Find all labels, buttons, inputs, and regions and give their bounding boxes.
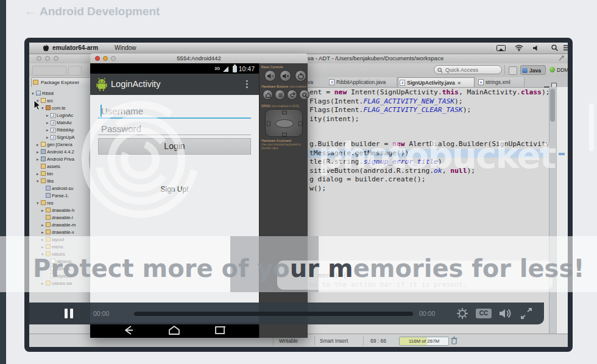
dpad-center-button[interactable] <box>275 119 294 128</box>
nav-recents-icon[interactable] <box>213 325 227 335</box>
settings-gear-icon[interactable] <box>456 307 469 320</box>
tree-expander-icon[interactable]: ▾ <box>41 251 46 258</box>
tree-expander-icon[interactable]: ▾ <box>41 105 46 112</box>
signup-link[interactable]: Sign Up! <box>90 185 259 194</box>
back-arrow-icon[interactable]: ← <box>24 5 36 18</box>
dpad-direction-button[interactable] <box>298 121 302 126</box>
tree-item-label: drawable-h <box>52 208 74 213</box>
tree-expander-icon[interactable]: ▸ <box>46 127 51 134</box>
zoom-button[interactable] <box>54 56 58 61</box>
open-perspective-button[interactable] <box>509 66 517 75</box>
tree-expander-icon[interactable]: ▸ <box>37 141 41 149</box>
display-icon[interactable] <box>496 45 506 51</box>
toolbar-button[interactable] <box>68 66 82 75</box>
emulator-titlebar[interactable]: 5554:Android442 <box>90 54 308 64</box>
garbage-collect-icon[interactable] <box>451 337 457 345</box>
login-button[interactable]: Login <box>98 138 251 155</box>
editor-tab-signupactivity-java[interactable]: JSignUpActivity.java✕ <box>398 77 475 87</box>
tree-item-label: values-sw <box>52 281 72 286</box>
dpad-direction-button[interactable] <box>267 121 270 126</box>
editor-tab-strings-xml[interactable]: xstrings.xml <box>477 77 525 87</box>
power-button[interactable] <box>295 70 306 82</box>
tree-expander-icon[interactable]: ▸ <box>41 243 46 251</box>
code-line[interactable]: g dialog = builder.create(); <box>309 175 553 184</box>
code-line[interactable]: tle(R.string.signup_error_title) <box>309 158 553 167</box>
password-field[interactable]: Password <box>101 124 141 134</box>
volume-icon[interactable] <box>499 308 512 319</box>
expand-icon[interactable] <box>559 55 564 61</box>
tree-expander-icon[interactable]: ▸ <box>37 156 41 163</box>
code-line[interactable]: Flags(Intent.FLAG_ACTIVITY_CLEAR_TASK); <box>309 106 553 115</box>
tree-expander-icon[interactable]: ▸ <box>46 112 51 119</box>
editor-scrollbar[interactable] <box>549 87 556 334</box>
home-button[interactable] <box>263 89 273 100</box>
tab-label: RibbitApplication.java <box>336 79 386 85</box>
search-icon[interactable] <box>551 44 558 51</box>
perspective-ddms-label: DDMS <box>557 67 568 73</box>
tree-expander-icon[interactable]: ▸ <box>41 207 46 214</box>
page: ←Android Development emulator64-arm Wind… <box>0 0 597 364</box>
scrollbar-thumb[interactable] <box>550 89 555 122</box>
code-line[interactable]: ent = new Intent(SignUpActivity.this, Ma… <box>309 88 553 97</box>
dpad-direction-button[interactable] <box>282 111 287 114</box>
tree-expander-icon[interactable]: ▸ <box>41 280 46 287</box>
tree-expander-icon[interactable]: ▸ <box>46 134 51 141</box>
tree-expander-icon[interactable]: ▸ <box>41 222 46 229</box>
code-line[interactable]: ity(intent); <box>309 115 553 124</box>
volume-menu-icon[interactable] <box>533 45 539 51</box>
tree-expander-icon[interactable]: ▸ <box>46 119 51 127</box>
overflow-menu-icon[interactable]: ⋮ <box>242 79 252 89</box>
emulator-phone-screen[interactable]: 3G 10:47 <box>90 63 259 338</box>
code-line[interactable]: u menu) { <box>309 271 553 281</box>
nav-home-icon[interactable] <box>168 325 181 335</box>
tree-item-label: styles.x <box>57 273 72 279</box>
lib-icon <box>41 156 46 161</box>
code-line[interactable]: Flags(Intent.FLAG_ACTIVITY_NEW_TASK); <box>309 97 553 107</box>
perspective-java-button[interactable]: Java <box>520 65 546 75</box>
close-tab-icon[interactable]: ✕ <box>457 81 461 85</box>
apple-logo-icon[interactable] <box>43 44 49 52</box>
perspective-ddms-button[interactable]: DDMS <box>548 65 568 75</box>
code-token: ); <box>463 106 472 114</box>
back-button[interactable] <box>287 89 297 100</box>
tree-expander-icon[interactable]: ▾ <box>32 90 36 97</box>
dpad-direction-button[interactable] <box>282 133 287 136</box>
mac-menu-app-name[interactable]: emulator64-arm <box>52 44 98 51</box>
tree-expander-icon[interactable]: ▸ <box>41 229 46 236</box>
quick-access-input[interactable]: Quick Access <box>434 65 502 74</box>
close-button[interactable] <box>37 56 41 61</box>
video-screencast[interactable]: emulator64-arm Window <box>29 43 568 347</box>
search-button[interactable] <box>299 89 309 100</box>
volume-up-button[interactable] <box>280 70 291 82</box>
fullscreen-icon[interactable] <box>520 308 532 319</box>
code-line-selected[interactable]: tMessage(e.getMessage()) <box>309 149 553 158</box>
closed-captions-button[interactable]: CC <box>476 309 492 318</box>
tree-expander-icon[interactable]: ▾ <box>37 200 41 207</box>
code-line[interactable]: g.Builder builder = new AlertDialog.Buil… <box>309 140 553 149</box>
menu-button[interactable] <box>275 89 285 100</box>
editor-tab-ribbitapplication-java[interactable]: JRibbitApplication.java <box>328 77 397 87</box>
code-line[interactable]: ms to the action bar if it is present. <box>309 281 553 290</box>
tree-expander-icon[interactable]: ▾ <box>37 178 41 185</box>
code-line[interactable]: sitiveButton(android.R.string.ok, null); <box>309 167 553 176</box>
nav-back-icon[interactable] <box>122 325 135 335</box>
pause-icon[interactable] <box>70 309 73 318</box>
minimize-button[interactable] <box>45 56 50 61</box>
mac-menu-window[interactable]: Window <box>115 44 136 51</box>
dpad-control[interactable] <box>265 109 303 137</box>
pause-icon[interactable] <box>65 309 68 318</box>
xml-icon <box>51 259 55 264</box>
seek-bar[interactable] <box>134 312 413 316</box>
tree-expander-icon[interactable]: ▸ <box>37 170 41 178</box>
overview-ruler[interactable] <box>556 87 568 334</box>
editor-tab-partial[interactable]: va <box>308 77 313 87</box>
volume-down-button[interactable] <box>264 70 276 82</box>
wifi-icon[interactable] <box>515 44 523 51</box>
list-icon[interactable] <box>563 45 568 51</box>
tree-expander-icon[interactable]: ▸ <box>37 149 41 156</box>
code-line[interactable]: w(); <box>309 184 553 194</box>
toolbar-buttons-group[interactable] <box>32 66 66 75</box>
package-explorer-tab[interactable]: Package Explorer <box>31 77 92 87</box>
username-field[interactable]: Username <box>101 106 143 116</box>
tree-expander-icon[interactable]: ▸ <box>41 236 46 243</box>
